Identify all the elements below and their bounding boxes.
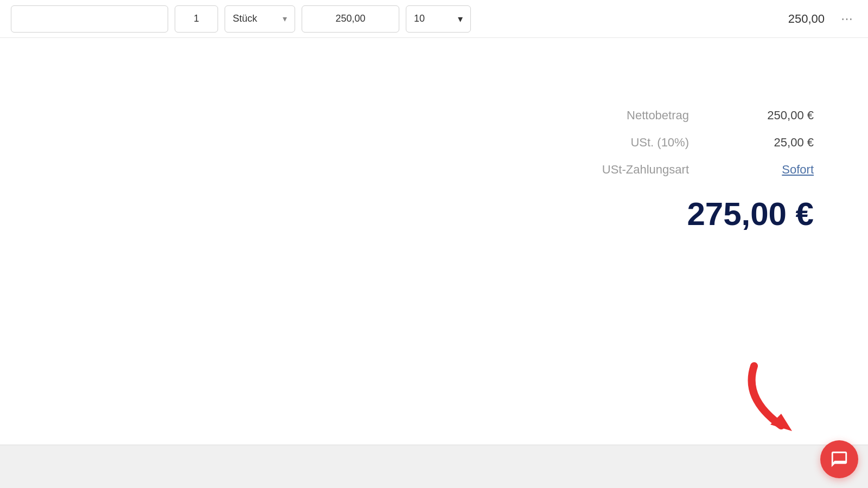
total-amount-value: 275,00 € — [687, 195, 814, 233]
item-description-input[interactable] — [11, 5, 168, 33]
nettobetrag-label: Nettobetrag — [570, 108, 689, 123]
zahlungsart-row: USt-Zahlungsart Sofort — [542, 163, 814, 177]
unit-label: Stück — [233, 13, 257, 24]
line-total-value: 250,00 — [788, 12, 830, 26]
unit-select[interactable]: Stück ▾ — [225, 5, 295, 33]
line-item-row: 1 Stück ▾ 250,00 10 ▾ 250,00 ⋯ — [0, 0, 868, 38]
zahlungsart-label: USt-Zahlungsart — [570, 163, 689, 177]
nettobetrag-row: Nettobetrag 250,00 € — [542, 108, 814, 123]
discount-value: 10 — [414, 13, 425, 24]
row-options-button[interactable]: ⋯ — [837, 10, 857, 28]
discount-chevron-icon: ▾ — [458, 13, 463, 25]
quantity-field[interactable]: 1 — [175, 5, 218, 33]
unit-price-input[interactable]: 250,00 — [302, 5, 399, 33]
discount-select[interactable]: 10 ▾ — [406, 5, 471, 33]
chat-icon — [830, 450, 848, 468]
total-row: 275,00 € — [687, 195, 814, 233]
nettobetrag-value: 250,00 € — [732, 108, 814, 123]
ust-label: USt. (10%) — [570, 136, 689, 150]
zahlungsart-link[interactable]: Sofort — [732, 163, 814, 177]
ust-row: USt. (10%) 25,00 € — [542, 136, 814, 150]
footer-bar — [0, 445, 868, 488]
main-content-area: Nettobetrag 250,00 € USt. (10%) 25,00 € … — [0, 38, 868, 445]
unit-chevron-icon: ▾ — [283, 14, 287, 24]
invoice-summary: Nettobetrag 250,00 € USt. (10%) 25,00 € … — [11, 108, 857, 233]
ust-value: 25,00 € — [732, 136, 814, 150]
chat-button[interactable] — [820, 440, 858, 478]
